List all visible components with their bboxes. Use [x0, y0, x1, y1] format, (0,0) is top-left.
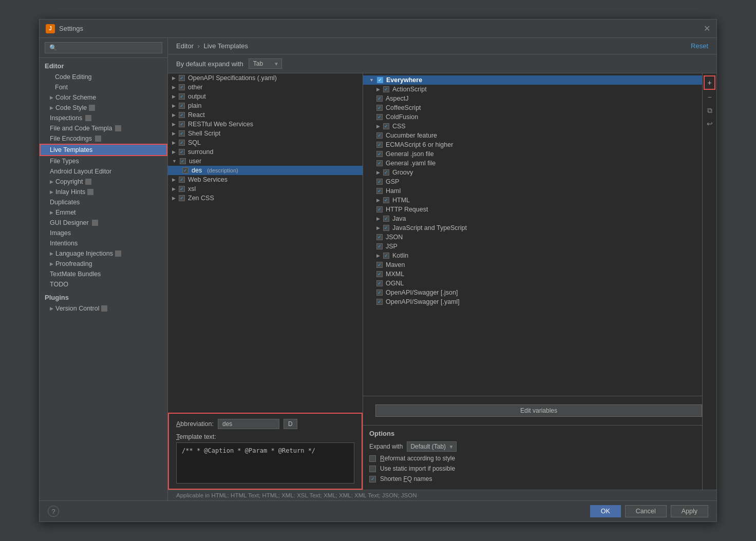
template-group-surround[interactable]: ▶ surround: [168, 147, 363, 157]
ctx-item-mxml[interactable]: MXML: [363, 269, 702, 279]
sidebar-item-version-control[interactable]: ▶ Version Control: [40, 303, 167, 314]
ctx-item-haml[interactable]: Haml: [363, 186, 702, 196]
ctx-checkbox[interactable]: [376, 299, 383, 305]
help-button[interactable]: ?: [48, 506, 59, 517]
shorten-fq-checkbox[interactable]: [369, 476, 376, 482]
ctx-checkbox[interactable]: [376, 271, 383, 277]
ctx-checkbox[interactable]: [376, 179, 383, 185]
ctx-checkbox[interactable]: [376, 280, 383, 286]
remove-template-button[interactable]: −: [704, 91, 715, 103]
ctx-item-javascript[interactable]: ▶ JavaScript and TypeScript: [363, 223, 702, 233]
ctx-item-maven[interactable]: Maven: [363, 260, 702, 269]
group-checkbox[interactable]: [179, 75, 185, 81]
template-group-plain[interactable]: ▶ plain: [168, 101, 363, 110]
ctx-item-kotlin[interactable]: ▶ Kotlin: [363, 251, 702, 260]
ctx-checkbox[interactable]: [376, 289, 383, 296]
ctx-item-gsp[interactable]: GSP: [363, 177, 702, 186]
ctx-checkbox[interactable]: [377, 77, 383, 83]
group-checkbox[interactable]: [179, 93, 185, 100]
template-group-sql[interactable]: ▶ SQL: [168, 138, 363, 147]
close-button[interactable]: ✕: [704, 24, 710, 33]
sidebar-item-android[interactable]: Android Layout Editor: [40, 166, 167, 177]
sidebar-item-todo[interactable]: TODO: [40, 279, 167, 289]
ctx-checkbox[interactable]: [383, 123, 389, 129]
sidebar-item-duplicates[interactable]: Duplicates: [40, 197, 167, 207]
context-everywhere[interactable]: ▼ Everywhere: [363, 75, 702, 85]
ctx-checkbox[interactable]: [376, 206, 383, 212]
abbreviation-button[interactable]: D: [284, 419, 297, 429]
ctx-checkbox[interactable]: [376, 160, 383, 166]
ctx-item-ecmascript[interactable]: ECMAScript 6 or higher: [363, 140, 702, 149]
reformat-checkbox[interactable]: [369, 455, 376, 462]
sidebar-item-language-injections[interactable]: ▶ Language Injections: [40, 248, 167, 259]
ctx-checkbox[interactable]: [376, 151, 383, 157]
ctx-checkbox[interactable]: [383, 225, 389, 231]
ctx-checkbox[interactable]: [376, 142, 383, 148]
ctx-checkbox[interactable]: [376, 105, 383, 111]
item-checkbox[interactable]: [182, 167, 188, 173]
restore-template-button[interactable]: ↩: [704, 118, 715, 130]
group-checkbox[interactable]: [180, 158, 186, 164]
reset-button[interactable]: Reset: [691, 42, 708, 50]
ctx-item-openapi-yaml[interactable]: OpenAPI/Swagger [.yaml]: [363, 297, 702, 306]
ctx-checkbox[interactable]: [376, 188, 383, 194]
abbreviation-input[interactable]: [218, 419, 279, 429]
sidebar-item-live-templates[interactable]: Live Templates: [40, 144, 167, 156]
group-checkbox[interactable]: [179, 140, 185, 146]
template-group-restful[interactable]: ▶ RESTful Web Services: [168, 120, 363, 129]
sidebar-item-file-encodings[interactable]: File Encodings: [40, 133, 167, 144]
group-checkbox[interactable]: [179, 186, 185, 192]
ctx-item-java[interactable]: ▶ Java: [363, 214, 702, 223]
ctx-item-css[interactable]: ▶ CSS: [363, 122, 702, 131]
template-item-des[interactable]: des (description): [168, 166, 363, 175]
ctx-checkbox[interactable]: [376, 114, 383, 120]
sidebar-item-code-style[interactable]: ▶ Code Style: [40, 103, 167, 113]
ctx-checkbox[interactable]: [376, 243, 383, 249]
static-import-checkbox[interactable]: [369, 466, 376, 472]
sidebar-item-code-editing[interactable]: Code Editing: [40, 72, 167, 82]
cancel-button[interactable]: Cancel: [625, 505, 667, 517]
template-group-webservices[interactable]: ▶ Web Services: [168, 175, 363, 184]
group-checkbox[interactable]: [179, 103, 185, 109]
ctx-item-ognl[interactable]: OGNL: [363, 279, 702, 288]
ctx-checkbox[interactable]: [383, 169, 389, 176]
add-template-button[interactable]: +: [704, 75, 715, 90]
ctx-item-general-json[interactable]: General .json file: [363, 149, 702, 159]
template-group-output[interactable]: ▶ output: [168, 92, 363, 101]
ctx-item-coffeescript[interactable]: CoffeeScript: [363, 103, 702, 112]
ctx-item-coldfusion[interactable]: ColdFusion: [363, 112, 702, 122]
sidebar-item-file-templates[interactable]: File and Code Templa: [40, 123, 167, 133]
template-group-openapi[interactable]: ▶ OpenAPI Specifications (.yaml): [168, 73, 363, 83]
sidebar-item-intentions[interactable]: Intentions: [40, 238, 167, 248]
apply-button[interactable]: Apply: [671, 505, 708, 517]
sidebar-item-color-scheme[interactable]: ▶ Color Scheme: [40, 92, 167, 103]
ctx-checkbox[interactable]: [383, 253, 389, 259]
template-code[interactable]: /** * @Caption * @Param * @Return */: [176, 442, 354, 484]
ctx-checkbox[interactable]: [376, 95, 383, 102]
ctx-checkbox[interactable]: [383, 86, 389, 92]
group-checkbox[interactable]: [179, 177, 185, 183]
ctx-checkbox[interactable]: [376, 262, 383, 268]
group-checkbox[interactable]: [179, 84, 185, 90]
template-group-react[interactable]: ▶ React: [168, 110, 363, 120]
sidebar-item-textmate[interactable]: TextMate Bundles: [40, 269, 167, 279]
ctx-item-openapi-json[interactable]: OpenAPI/Swagger [.json]: [363, 288, 702, 297]
sidebar-item-file-types[interactable]: File Types: [40, 156, 167, 166]
sidebar-item-copyright[interactable]: ▶ Copyright: [40, 177, 167, 187]
ctx-item-groovy[interactable]: ▶ Groovy: [363, 168, 702, 177]
sidebar-item-proofreading[interactable]: ▶ Proofreading: [40, 259, 167, 269]
template-group-user[interactable]: ▼ user: [168, 157, 363, 166]
ctx-checkbox[interactable]: [383, 197, 389, 203]
sidebar-item-font[interactable]: Font: [40, 82, 167, 92]
group-checkbox[interactable]: [179, 149, 185, 155]
ctx-item-json[interactable]: JSON: [363, 233, 702, 242]
sidebar-item-inspections[interactable]: Inspections: [40, 113, 167, 123]
ctx-item-general-yaml[interactable]: General .yaml file: [363, 159, 702, 168]
sidebar-item-images[interactable]: Images: [40, 228, 167, 238]
ctx-item-aspectj[interactable]: AspectJ: [363, 94, 702, 103]
ctx-checkbox[interactable]: [376, 234, 383, 240]
ctx-item-actionscript[interactable]: ▶ ActionScript: [363, 85, 702, 94]
group-checkbox[interactable]: [179, 195, 185, 201]
group-checkbox[interactable]: [179, 112, 185, 118]
template-group-xsl[interactable]: ▶ xsl: [168, 184, 363, 194]
